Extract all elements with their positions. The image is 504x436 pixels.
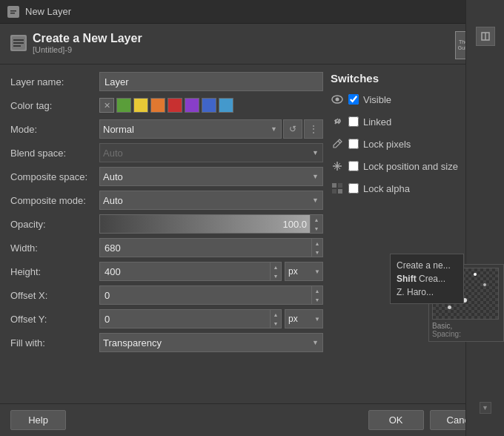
composite-space-wrap: Auto: [99, 167, 323, 186]
width-spinners: ▲ ▼: [311, 238, 323, 257]
layer-name-control: [99, 72, 323, 91]
layer-panel: Basic, Spacing:: [428, 264, 504, 342]
layer-thumbnail: [432, 268, 499, 320]
offset-y-spinners: ▲ ▼: [270, 309, 282, 328]
lock-alpha-checkbox[interactable]: [348, 183, 359, 194]
opacity-label: Opacity:: [10, 219, 99, 230]
dialog-subtitle: [Untitled]-9: [33, 45, 142, 54]
fill-with-label: Fill with:: [10, 337, 99, 349]
width-up-button[interactable]: ▲: [312, 239, 322, 248]
mode-select-wrap: Normal Multiply Screen Overlay: [99, 119, 282, 139]
blend-space-wrap: Auto: [99, 143, 323, 162]
eye-icon: [331, 93, 344, 106]
layer-panel-label: Basic,: [432, 322, 500, 330]
width-input[interactable]: [99, 238, 311, 257]
sidebar-icon-1[interactable]: [476, 27, 495, 46]
mode-extra-button[interactable]: ⋮: [304, 119, 323, 139]
color-swatch-orange[interactable]: [150, 98, 165, 113]
width-label: Width:: [10, 242, 99, 254]
height-up-button[interactable]: ▲: [271, 262, 281, 271]
offset-y-unit-select[interactable]: px cm mm in: [285, 309, 323, 328]
layer-name-input[interactable]: [99, 72, 323, 91]
blend-space-row: Blend space: Auto: [10, 143, 323, 162]
height-unit-wrap: px cm mm in: [285, 262, 323, 281]
layer-name-label: Layer name:: [10, 76, 99, 87]
color-swatch-green[interactable]: [116, 98, 131, 113]
app-icon: [7, 6, 19, 18]
height-input[interactable]: [99, 262, 270, 281]
ok-button[interactable]: OK: [368, 410, 424, 430]
composite-space-label: Composite space:: [10, 171, 99, 182]
svg-rect-0: [9, 7, 18, 16]
color-swatch-cyan[interactable]: [219, 98, 233, 113]
offset-y-up-button[interactable]: ▲: [271, 310, 281, 319]
fill-with-wrap: Transparency White Black Background Colo…: [99, 333, 323, 352]
lock-alpha-icon: [331, 182, 344, 195]
color-tags: ✕: [99, 98, 233, 113]
link-icon: [331, 115, 344, 128]
blend-space-label: Blend space:: [10, 148, 99, 159]
linked-checkbox[interactable]: [348, 116, 359, 127]
offset-y-down-button[interactable]: ▼: [271, 319, 281, 328]
color-swatch-yellow[interactable]: [133, 98, 148, 113]
mode-select[interactable]: Normal Multiply Screen Overlay: [99, 119, 282, 139]
dialog-header: Create a New Layer [Untitled]-9 The Begi…: [0, 24, 504, 65]
height-down-button[interactable]: ▼: [271, 271, 281, 280]
offset-x-label: Offset X:: [10, 290, 99, 301]
linked-label: Linked: [363, 116, 391, 128]
title-bar: New Layer ✕: [0, 0, 504, 24]
color-tag-label: Color tag:: [10, 100, 99, 111]
svg-rect-2: [10, 13, 15, 14]
color-swatch-blue[interactable]: [202, 98, 216, 113]
svg-rect-16: [338, 189, 342, 194]
help-button[interactable]: Help: [10, 410, 66, 430]
svg-rect-1: [10, 10, 16, 12]
lock-alpha-label: Lock alpha: [363, 183, 410, 194]
width-down-button[interactable]: ▼: [312, 248, 322, 257]
dialog-icon: [10, 35, 27, 51]
offset-y-unit-wrap: px cm mm in: [285, 309, 323, 328]
fill-with-select[interactable]: Transparency White Black Background Colo…: [99, 333, 323, 352]
color-tag-row: Color tag: ✕: [10, 96, 323, 115]
dialog-title-text: Create a New Layer [Untitled]-9: [33, 31, 142, 54]
window-title: New Layer: [25, 6, 479, 17]
lock-pos-label: Lock position and size: [363, 161, 458, 172]
svg-rect-13: [332, 183, 336, 188]
pencil-icon: [331, 137, 344, 151]
footer-left: Help: [10, 410, 66, 430]
offset-x-down-button[interactable]: ▼: [312, 295, 322, 304]
color-tag-none[interactable]: ✕: [99, 98, 114, 113]
mode-row: Mode: Normal Multiply Screen Overlay ↺ ⋮: [10, 119, 323, 139]
mode-reset-button[interactable]: ↺: [283, 119, 302, 139]
dialog-content: Layer name: Color tag: ✕: [0, 65, 504, 403]
visible-checkbox[interactable]: [348, 94, 359, 105]
left-column: Layer name: Color tag: ✕: [10, 72, 323, 396]
composite-space-select[interactable]: Auto: [99, 167, 323, 186]
composite-mode-label: Composite mode:: [10, 195, 99, 206]
lock-pos-checkbox[interactable]: [348, 161, 359, 171]
color-swatch-purple[interactable]: [185, 98, 199, 113]
offset-y-input-wrap: ▲ ▼: [99, 309, 282, 328]
sidebar-scroll-btn[interactable]: ▼: [480, 402, 491, 414]
mode-controls: Normal Multiply Screen Overlay ↺ ⋮: [99, 119, 323, 139]
height-unit-select[interactable]: px cm mm in: [285, 262, 323, 281]
opacity-control: 100.0 ▲ ▼: [99, 214, 323, 234]
height-spinners: ▲ ▼: [270, 262, 282, 281]
dialog: Create a New Layer [Untitled]-9 The Begi…: [0, 24, 504, 436]
opacity-down-button[interactable]: ▼: [311, 224, 322, 233]
color-swatch-red[interactable]: [168, 98, 182, 113]
offset-y-label: Offset Y:: [10, 314, 99, 325]
composite-mode-select[interactable]: Auto: [99, 191, 323, 210]
offset-x-up-button[interactable]: ▲: [312, 286, 322, 295]
height-label: Height:: [10, 266, 99, 277]
height-input-wrap: ▲ ▼: [99, 262, 282, 281]
offset-x-input-wrap: ▲ ▼: [99, 285, 323, 305]
offset-y-input[interactable]: [99, 309, 270, 328]
opacity-row: Opacity: 100.0 ▲ ▼: [10, 214, 323, 234]
svg-rect-15: [332, 189, 336, 194]
lock-pixels-checkbox[interactable]: [348, 139, 359, 149]
opacity-up-button[interactable]: ▲: [311, 215, 322, 224]
offset-x-input[interactable]: [99, 285, 311, 305]
offset-y-row: Offset Y: ▲ ▼ px cm mm in: [10, 309, 323, 328]
mode-label: Mode:: [10, 124, 99, 135]
